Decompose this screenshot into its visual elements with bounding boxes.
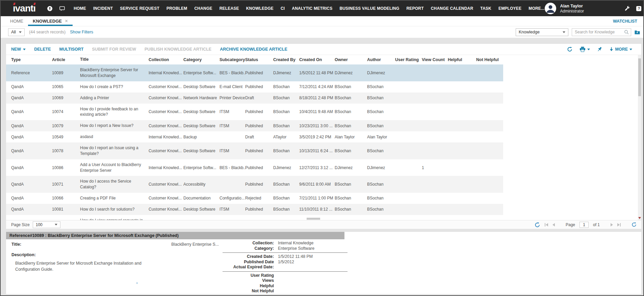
table-row[interactable]: QandA10078How do I report an Issue using… — [6, 142, 503, 159]
user-role: Administrator — [560, 9, 584, 14]
column-header-type[interactable]: Type — [11, 57, 52, 62]
column-header-author[interactable]: Author — [367, 57, 395, 62]
column-header-helpful[interactable]: Helpful — [448, 57, 476, 62]
search-input[interactable] — [574, 29, 624, 35]
page-size-select[interactable]: 100 — [33, 221, 60, 228]
detail-field-row: Collection:Internal Knowledge — [223, 241, 347, 246]
cell-view_count: 1 — [422, 165, 448, 170]
cell-type: QandA — [11, 165, 52, 170]
target-icon[interactable] — [47, 6, 53, 11]
nav-item-service-request[interactable]: SERVICE REQUEST — [120, 6, 159, 11]
nav-item-incident[interactable]: INCIDENT — [93, 6, 113, 11]
nav-item-change[interactable]: CHANGE — [194, 6, 212, 11]
column-header-not_helpful[interactable]: Not Helpful — [476, 57, 503, 62]
cell-category: Enterprise Softw... — [183, 71, 220, 75]
column-header-category[interactable]: Category — [183, 57, 220, 62]
cell-subcategory: Configuratio... — [220, 196, 245, 200]
column-header-title[interactable]: Title — [80, 54, 149, 65]
module-select[interactable]: Knowledge — [516, 28, 568, 36]
column-header-article[interactable]: Article — [52, 57, 80, 62]
archive-article-button[interactable]: ARCHIVE KNOWLEDGE ARTICLE — [220, 47, 287, 52]
nav-item-knowledge[interactable]: KNOWLEDGE — [246, 6, 274, 11]
nav-item-business-value-modeling[interactable]: BUSINESS VALUE MODELING — [339, 6, 399, 11]
nav-item-ci[interactable]: CI — [281, 6, 285, 11]
table-row[interactable]: QandA10069Adding a PrinterCustomer Knowl… — [6, 92, 503, 104]
column-header-subcategory[interactable]: Subcategory — [220, 57, 245, 62]
column-header-owner[interactable]: Owner — [335, 57, 367, 62]
tab-knowledge-label: KNOWLEDGE — [33, 19, 62, 24]
tab-home[interactable]: HOME — [5, 16, 28, 26]
cell-article: 10079 — [52, 124, 80, 128]
refresh-icon[interactable] — [567, 47, 572, 52]
cell-category: Desktop Software — [183, 149, 220, 153]
column-header-created_by[interactable]: Created By — [273, 57, 299, 62]
vertical-scrollbar-thumb[interactable] — [638, 58, 641, 96]
detail-field-row: Published Date1/5/2012 — [223, 260, 347, 265]
column-header-created_on[interactable]: Created On — [299, 57, 335, 62]
refresh-list-icon[interactable] — [632, 222, 637, 227]
pager-controls: Page of 1 — [535, 222, 637, 228]
user-menu[interactable]: Alan Taylor Administrator — [545, 3, 584, 14]
nav-item-more[interactable]: MORE... — [529, 6, 544, 11]
cell-created_by: BSochan — [273, 182, 299, 187]
pin-icon[interactable] — [597, 47, 602, 52]
vertical-scrollbar[interactable] — [638, 55, 641, 220]
cell-article: 10066 — [52, 196, 80, 200]
table-row[interactable]: QandA10549asdasdInternal Knowled...Backu… — [6, 131, 503, 142]
search-icon[interactable] — [624, 30, 629, 34]
table-row[interactable]: QandA10086Add a User Account to BlackBer… — [6, 159, 503, 176]
horizontal-scrollbar-thumb[interactable] — [307, 218, 320, 220]
new-button[interactable]: NEW — [11, 47, 26, 52]
more-button[interactable]: MORE — [609, 47, 633, 52]
chat-icon[interactable] — [59, 6, 65, 11]
column-header-user_rating[interactable]: User Rating — [395, 57, 422, 62]
multisort-button[interactable]: MULTISORT — [59, 47, 83, 52]
cell-type: QandA — [11, 84, 52, 89]
table-row[interactable]: QandA10066Creating a PDF FileCustomer Kn… — [6, 193, 503, 204]
delete-button[interactable]: DELETE — [34, 47, 51, 52]
retrieve-all-icon[interactable] — [535, 222, 540, 227]
knowledge-grid-card: NEW DELETE MULTISORT SUBMIT FOR REVIEW P… — [6, 44, 641, 229]
table-row[interactable]: QandA10079How do I report a New Issue?Cu… — [6, 120, 503, 131]
cell-type: QandA — [11, 109, 52, 114]
nav-item-release[interactable]: RELEASE — [220, 6, 239, 11]
table-row[interactable]: QandA10074How do I provide feedback to a… — [6, 104, 503, 120]
table-row[interactable]: QandA10081How do I search for solutions?… — [6, 204, 503, 215]
table-row[interactable]: QandA10082How do I view approval request… — [6, 215, 503, 220]
column-header-status[interactable]: Status — [245, 57, 273, 62]
tab-knowledge[interactable]: KNOWLEDGE ✕ — [28, 16, 73, 26]
show-filters-link[interactable]: Show Filters — [70, 30, 93, 34]
cell-created_by: BSochan — [273, 207, 299, 212]
nav-item-home[interactable]: HOME — [74, 6, 86, 11]
nav-right-icons: ? — [624, 6, 644, 11]
saved-search-folder-icon[interactable] — [635, 30, 640, 34]
first-page-button — [545, 223, 548, 226]
nav-item-problem[interactable]: PROBLEM — [166, 6, 187, 11]
column-header-collection[interactable]: Collection — [149, 57, 183, 62]
cell-owner: BSochan — [335, 96, 367, 100]
table-row[interactable]: Reference10089BlackBerry Enterprise Serv… — [6, 64, 503, 81]
help-icon[interactable]: ? — [636, 6, 641, 11]
cell-owner: BSochan — [335, 84, 367, 89]
nav-item-employee[interactable]: EMPLOYEE — [498, 6, 521, 11]
nav-item-change-calendar[interactable]: CHANGE CALENDAR — [431, 6, 473, 11]
cell-category: Documentation — [183, 196, 220, 200]
nav-item-task[interactable]: TASK — [480, 6, 491, 11]
wrench-icon[interactable] — [624, 6, 630, 11]
nav-item-report[interactable]: REPORT — [406, 6, 423, 11]
nav-item-analytic-metrics[interactable]: ANALYTIC METRICS — [292, 6, 332, 11]
print-icon[interactable] — [579, 47, 590, 52]
page-number-input[interactable] — [579, 222, 589, 228]
close-tab-icon[interactable]: ✕ — [65, 19, 68, 23]
table-row[interactable]: QandA10071How do I access the Service Ca… — [6, 176, 503, 193]
scroll-down-arrow-icon[interactable] — [638, 217, 641, 219]
scope-select[interactable]: All — [8, 28, 25, 36]
cell-title: How do I search for solutions? — [80, 204, 149, 215]
table-row[interactable]: QandA10065How do I create a PST?Customer… — [6, 81, 503, 92]
ivanti-logo: ıvantı — [13, 4, 35, 13]
ivanti-logo-text: ıvantı — [13, 3, 35, 14]
detail-field-row: Created Date:1/5/2012 11:48 PM — [223, 254, 347, 260]
watchlist-link[interactable]: WATCHLIST — [613, 19, 637, 24]
column-header-view_count[interactable]: View Count — [422, 57, 448, 62]
cell-author: BSochan — [367, 109, 395, 114]
